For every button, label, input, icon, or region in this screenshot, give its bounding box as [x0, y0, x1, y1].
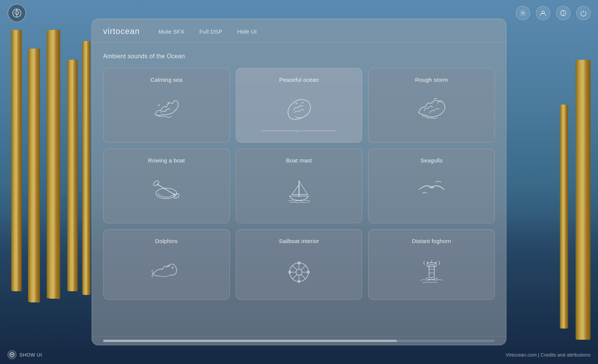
svg-point-5 — [158, 105, 160, 106]
main-panel: virtocean Mute SFX Full DSP Hide UI Ambi… — [92, 19, 506, 345]
active-indicator: ⚓ — [261, 131, 337, 131]
svg-line-22 — [301, 274, 306, 279]
brand-name: virtocean — [103, 27, 140, 36]
sound-icon-rough-storm — [413, 90, 450, 128]
svg-point-8 — [302, 102, 303, 103]
svg-point-6 — [168, 102, 169, 103]
sound-label-boat-mast: Boat mast — [286, 157, 312, 164]
show-ui-button[interactable]: SHOW UI — [7, 350, 42, 359]
bottom-bar: SHOW UI Virtocean.com | Credits and attr… — [0, 345, 598, 364]
svg-point-16 — [296, 269, 302, 275]
credits-link[interactable]: Virtocean.com | Credits and attributions — [506, 352, 591, 358]
scrollbar-track[interactable] — [103, 340, 495, 342]
svg-point-12 — [173, 193, 180, 199]
panel-footer — [92, 336, 506, 345]
sound-card-rough-storm[interactable]: Rough storm — [368, 68, 495, 143]
nav-hide-ui[interactable]: Hide UI — [237, 28, 257, 35]
svg-line-21 — [292, 265, 297, 270]
sound-label-seagulls: Seagulls — [420, 157, 443, 164]
sound-icon-boat-mast — [280, 171, 318, 208]
sound-icon-calming-sea — [148, 90, 185, 128]
sound-icon-dolphins — [148, 252, 185, 289]
sound-label-dolphins: Dolphins — [155, 238, 178, 244]
sound-icon-seagulls — [413, 171, 450, 208]
sound-grid: Calming sea Peaceful ocean — [103, 68, 495, 300]
sound-label-rowing-a-boat: Rowing a boat — [148, 157, 185, 164]
sound-label-calming-sea: Calming sea — [151, 77, 183, 83]
show-ui-label: SHOW UI — [19, 352, 42, 358]
nav-full-dsp[interactable]: Full DSP — [199, 28, 222, 35]
show-ui-icon — [7, 350, 16, 359]
settings-icon[interactable] — [516, 6, 530, 20]
sound-label-rough-storm: Rough storm — [415, 77, 448, 83]
svg-line-23 — [301, 265, 306, 270]
sound-card-boat-mast[interactable]: Boat mast — [236, 149, 363, 223]
svg-line-24 — [292, 274, 297, 279]
panel-content: Ambient sounds of the Ocean Calming sea — [92, 43, 506, 336]
sound-icon-peaceful-ocean — [280, 90, 318, 128]
sound-card-dolphins[interactable]: Dolphins — [103, 229, 230, 300]
pillars-left — [0, 30, 93, 364]
power-icon[interactable] — [576, 6, 591, 20]
sound-card-rowing-a-boat[interactable]: Rowing a boat — [103, 149, 230, 223]
sound-label-peaceful-ocean: Peaceful ocean — [279, 77, 319, 83]
sound-icon-rowing-a-boat — [148, 171, 185, 208]
sound-card-calming-sea[interactable]: Calming sea — [103, 68, 230, 143]
sound-card-seagulls[interactable]: Seagulls — [368, 149, 495, 223]
sound-label-distant-foghorn: Distant foghorn — [412, 238, 451, 244]
svg-point-7 — [296, 103, 297, 104]
svg-point-2 — [522, 12, 524, 14]
logo-area — [7, 4, 26, 22]
nav-items: Mute SFX Full DSP Hide UI — [158, 28, 257, 35]
section-title: Ambient sounds of the Ocean — [103, 53, 495, 60]
theme-icon[interactable] — [556, 6, 570, 20]
pillars-right — [523, 30, 598, 364]
top-icons-bar — [516, 6, 591, 20]
sound-card-sailboat-interior[interactable]: Sailboat interior — [236, 229, 363, 300]
sound-label-sailboat-interior: Sailboat interior — [279, 238, 319, 244]
nav-mute-sfx[interactable]: Mute SFX — [158, 28, 184, 35]
svg-point-14 — [172, 267, 173, 268]
user-icon[interactable] — [536, 6, 550, 20]
svg-line-10 — [157, 184, 176, 195]
scrollbar-thumb — [103, 340, 397, 342]
top-bar — [0, 0, 598, 26]
sound-icon-distant-foghorn — [413, 252, 450, 289]
sound-card-distant-foghorn[interactable]: Distant foghorn — [368, 229, 495, 300]
sound-card-peaceful-ocean[interactable]: Peaceful ocean ⚓ — [236, 68, 363, 143]
app-logo[interactable] — [7, 4, 26, 22]
svg-point-11 — [153, 180, 160, 186]
sound-icon-sailboat-interior — [280, 252, 318, 289]
